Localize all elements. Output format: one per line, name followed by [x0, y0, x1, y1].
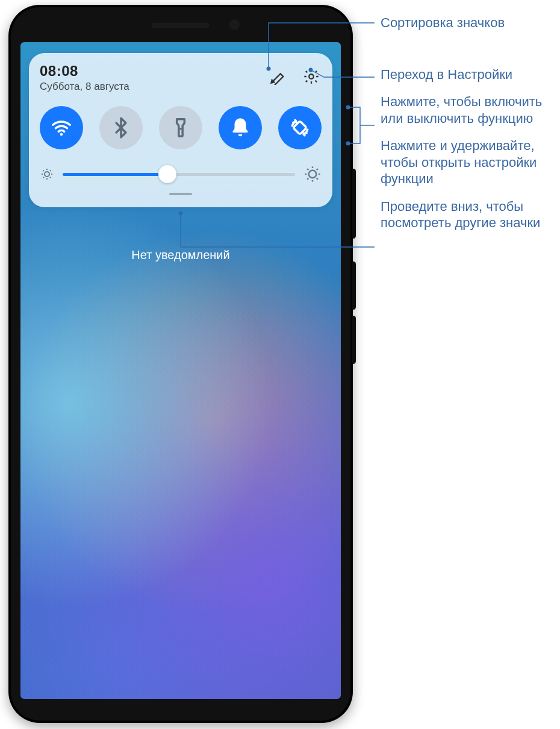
brightness-fill: [63, 173, 167, 176]
volume-up-button[interactable]: [352, 261, 356, 310]
svg-point-5: [309, 171, 317, 178]
callout-sort: Сортировка значков: [381, 14, 553, 31]
callout-settings: Переход в Настройки: [381, 66, 553, 83]
callout-swipe: Проведите вниз, чтобы посмотреть другие …: [381, 198, 553, 231]
statusbar-date: Суббота, 8 августа: [40, 81, 267, 93]
brightness-low-icon: [40, 167, 54, 181]
edit-icon[interactable]: [267, 66, 288, 87]
quick-settings-panel: 08:08 Суббота, 8 августа: [29, 53, 332, 207]
autorotate-toggle[interactable]: [278, 106, 322, 149]
bluetooth-toggle[interactable]: [99, 106, 143, 149]
brightness-track[interactable]: [63, 173, 295, 176]
svg-point-4: [45, 172, 49, 177]
gear-icon[interactable]: [301, 66, 322, 87]
quick-toggle-row: [40, 106, 322, 149]
sound-toggle[interactable]: [219, 106, 262, 149]
statusbar-time: 08:08: [40, 63, 267, 80]
phone-camera: [229, 19, 240, 30]
brightness-thumb[interactable]: [158, 165, 176, 183]
brightness-high-icon: [303, 165, 322, 183]
wifi-toggle[interactable]: [40, 106, 83, 149]
svg-point-0: [309, 74, 313, 78]
brightness-slider[interactable]: [40, 165, 322, 183]
callout-tap: Нажмите, чтобы включить или выключить фу…: [381, 93, 553, 127]
flashlight-toggle[interactable]: [159, 106, 202, 149]
no-notifications-text: Нет уведомлений: [20, 248, 341, 262]
power-button[interactable]: [352, 169, 356, 239]
phone-speaker: [152, 23, 210, 28]
callout-column: Сортировка значков Переход в Настройки Н…: [381, 14, 553, 242]
phone-frame: 08:08 Суббота, 8 августа: [8, 5, 353, 723]
callout-hold: Нажмите и удерживайте, чтобы открыть нас…: [381, 137, 553, 187]
phone-screen: 08:08 Суббота, 8 августа: [20, 42, 341, 699]
svg-point-1: [60, 133, 63, 136]
volume-down-button[interactable]: [352, 316, 356, 364]
panel-drag-handle[interactable]: [169, 193, 192, 195]
